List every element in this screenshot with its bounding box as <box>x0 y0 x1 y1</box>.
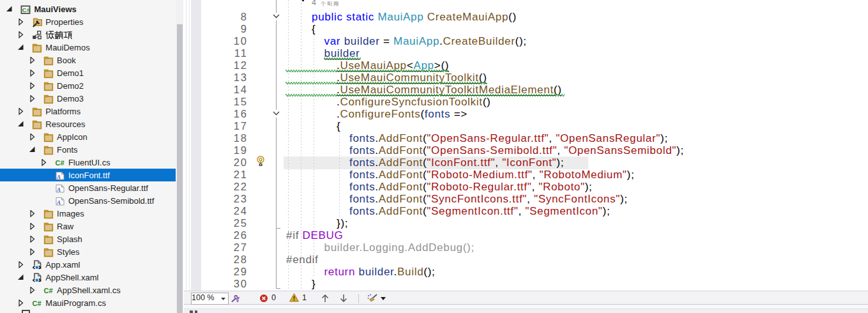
svg-text:A: A <box>56 174 61 180</box>
svg-text:C#: C# <box>44 287 53 294</box>
svg-text:C#: C# <box>22 6 31 13</box>
svg-text:A: A <box>56 199 61 206</box>
svg-text:A: A <box>56 187 61 193</box>
svg-text:C#: C# <box>33 300 42 307</box>
svg-text:C#: C# <box>56 159 65 167</box>
